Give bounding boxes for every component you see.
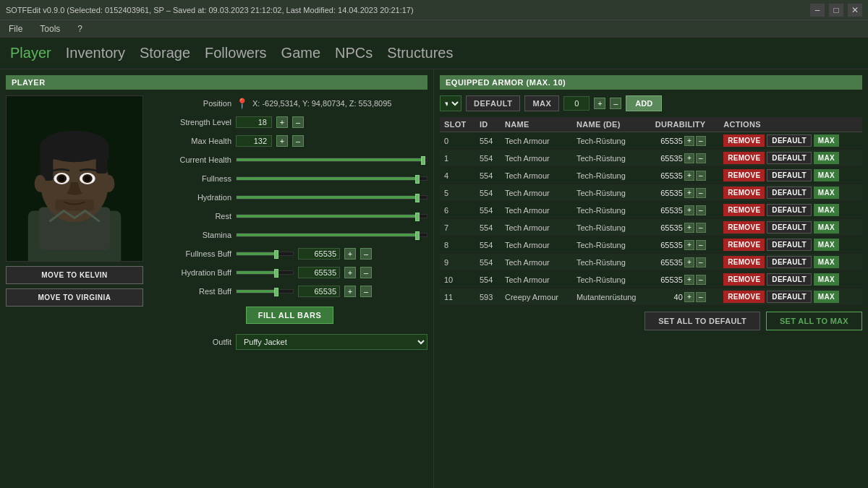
tab-npcs[interactable]: NPCs — [333, 42, 374, 64]
remove-btn[interactable]: REMOVE — [723, 239, 765, 251]
cell-durability: 65535 + – — [651, 271, 719, 288]
default-btn[interactable]: DEFAULT — [767, 256, 811, 268]
minimize-btn[interactable]: – — [810, 4, 825, 17]
durability-plus-btn[interactable]: + — [684, 171, 694, 181]
max-btn[interactable]: MAX — [814, 187, 839, 199]
tab-structures[interactable]: Structures — [386, 42, 454, 64]
default-btn[interactable]: DEFAULT — [767, 273, 811, 286]
tab-followers[interactable]: Followers — [203, 42, 268, 64]
fullness-slider[interactable] — [236, 176, 427, 181]
strength-minus-btn[interactable]: – — [292, 116, 304, 128]
durability-minus-btn[interactable]: – — [696, 292, 706, 302]
max-btn[interactable]: MAX — [814, 204, 839, 216]
durability-minus-btn[interactable]: – — [696, 136, 706, 146]
armor-default-btn[interactable]: DEFAULT — [466, 95, 520, 111]
close-btn[interactable]: ✕ — [848, 4, 862, 17]
max-health-plus-btn[interactable]: + — [276, 135, 288, 147]
durability-plus-btn[interactable]: + — [684, 240, 694, 250]
max-btn[interactable]: MAX — [814, 221, 839, 234]
max-btn[interactable]: MAX — [814, 239, 839, 251]
rest-buff-plus-btn[interactable]: + — [344, 286, 356, 297]
remove-btn[interactable]: REMOVE — [723, 204, 765, 216]
tab-player[interactable]: Player — [9, 42, 53, 64]
remove-btn[interactable]: REMOVE — [723, 273, 765, 286]
durability-minus-btn[interactable]: – — [696, 275, 706, 285]
remove-btn[interactable]: REMOVE — [723, 221, 765, 234]
default-btn[interactable]: DEFAULT — [767, 134, 811, 147]
remove-btn[interactable]: REMOVE — [723, 152, 765, 164]
cell-name-de: Tech-Rüstung — [572, 150, 651, 167]
strength-plus-btn[interactable]: + — [276, 116, 288, 128]
rest-buff-slider[interactable] — [236, 289, 294, 294]
fill-all-bars-btn[interactable]: FILL ALL BARS — [246, 307, 334, 324]
current-health-slider[interactable] — [236, 158, 427, 162]
tab-storage[interactable]: Storage — [138, 42, 192, 64]
hydration-slider[interactable] — [236, 195, 427, 200]
durability-minus-btn[interactable]: – — [696, 171, 706, 181]
default-btn[interactable]: DEFAULT — [767, 239, 811, 251]
window-controls: – □ ✕ — [810, 4, 862, 17]
table-row: 0 554 Tech Armour Tech-Rüstung 65535 + –… — [440, 132, 862, 150]
durability-minus-btn[interactable]: – — [696, 223, 706, 233]
move-to-virginia-btn[interactable]: MOVE TO VIRGINIA — [6, 288, 143, 307]
max-btn[interactable]: MAX — [814, 169, 839, 181]
armor-count-minus-btn[interactable]: – — [610, 98, 621, 109]
max-btn[interactable]: MAX — [814, 134, 839, 147]
durability-plus-btn[interactable]: + — [684, 153, 694, 163]
durability-minus-btn[interactable]: – — [696, 188, 706, 198]
default-btn[interactable]: DEFAULT — [767, 152, 811, 164]
durability-minus-btn[interactable]: – — [696, 257, 706, 267]
armor-count-plus-btn[interactable]: + — [594, 98, 605, 109]
durability-minus-btn[interactable]: – — [696, 240, 706, 250]
durability-minus-btn[interactable]: – — [696, 205, 706, 215]
menu-file[interactable]: File — [4, 22, 27, 35]
max-btn[interactable]: MAX — [814, 256, 839, 268]
remove-btn[interactable]: REMOVE — [723, 187, 765, 199]
tab-game[interactable]: Game — [280, 42, 322, 64]
durability-plus-btn[interactable]: + — [684, 223, 694, 233]
max-btn[interactable]: MAX — [814, 273, 839, 286]
rest-buff-minus-btn[interactable]: – — [360, 286, 372, 297]
hydration-buff-plus-btn[interactable]: + — [344, 267, 356, 278]
armor-add-btn[interactable]: ADD — [626, 95, 662, 111]
durability-plus-btn[interactable]: + — [684, 136, 694, 146]
remove-btn[interactable]: REMOVE — [723, 134, 765, 147]
armor-max-btn[interactable]: MAX — [524, 95, 559, 111]
hydration-buff-slider[interactable] — [236, 270, 294, 275]
maximize-btn[interactable]: □ — [829, 4, 843, 17]
hydration-buff-value: 65535 — [298, 267, 340, 278]
default-btn[interactable]: DEFAULT — [767, 187, 811, 199]
durability-plus-btn[interactable]: + — [684, 257, 694, 267]
durability-plus-btn[interactable]: + — [684, 292, 694, 302]
remove-btn[interactable]: REMOVE — [723, 291, 765, 303]
default-btn[interactable]: DEFAULT — [767, 291, 811, 303]
fullness-buff-plus-btn[interactable]: + — [344, 248, 356, 260]
durability-minus-btn[interactable]: – — [696, 153, 706, 163]
fullness-buff-slider[interactable] — [236, 252, 294, 256]
move-to-kelvin-btn[interactable]: MOVE TO KELVIN — [6, 266, 143, 284]
set-all-max-btn[interactable]: SET ALL TO MAX — [766, 312, 862, 330]
fullness-buff-minus-btn[interactable]: – — [360, 248, 372, 260]
default-btn[interactable]: DEFAULT — [767, 221, 811, 234]
hydration-buff-minus-btn[interactable]: – — [360, 267, 372, 278]
default-btn[interactable]: DEFAULT — [767, 169, 811, 181]
stamina-slider[interactable] — [236, 233, 427, 237]
remove-btn[interactable]: REMOVE — [723, 169, 765, 181]
menu-tools[interactable]: Tools — [35, 22, 64, 35]
rest-slider[interactable] — [236, 214, 427, 218]
armor-count: 0 — [563, 96, 590, 111]
durability-plus-btn[interactable]: + — [684, 205, 694, 215]
max-btn[interactable]: MAX — [814, 291, 839, 303]
remove-btn[interactable]: REMOVE — [723, 256, 765, 268]
armor-slot-dropdown[interactable]: ▾ — [440, 95, 461, 111]
set-all-default-btn[interactable]: SET ALL TO DEFAULT — [644, 312, 760, 330]
stamina-row: Stamina — [152, 227, 427, 243]
default-btn[interactable]: DEFAULT — [767, 204, 811, 216]
max-health-minus-btn[interactable]: – — [292, 135, 304, 147]
tab-inventory[interactable]: Inventory — [64, 42, 127, 64]
outfit-select[interactable]: Puffy Jacket Default Heavy Jacket Light … — [236, 334, 427, 350]
max-btn[interactable]: MAX — [814, 152, 839, 164]
durability-plus-btn[interactable]: + — [684, 275, 694, 285]
menu-help[interactable]: ? — [73, 22, 87, 35]
durability-plus-btn[interactable]: + — [684, 188, 694, 198]
